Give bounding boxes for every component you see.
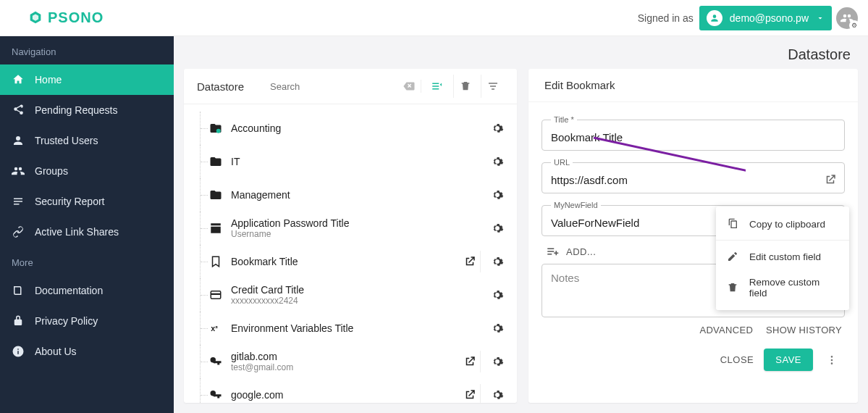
row-open-button[interactable] <box>459 384 481 403</box>
row-open-button[interactable] <box>459 251 481 272</box>
row-type-icon <box>208 255 224 268</box>
info-icon <box>12 345 25 358</box>
person-icon <box>12 134 25 147</box>
user-menu[interactable]: demo@psono.pw <box>699 6 832 30</box>
datastore-row[interactable]: Bookmark Title <box>200 245 513 278</box>
row-settings-button[interactable] <box>485 317 510 339</box>
datastore-row[interactable]: google.com <box>200 378 513 403</box>
sidebar-item-label: Security Report <box>35 196 104 207</box>
ctx-remove-custom-field[interactable]: Remove custom field <box>716 270 849 306</box>
sidebar-item-pending-requests[interactable]: Pending Requests <box>0 95 174 125</box>
edit-bookmark-panel: Edit Bookmark Title * URL MyNew <box>528 69 858 403</box>
row-title: Accounting <box>231 122 485 134</box>
sidebar-section-navigation: Navigation <box>0 36 174 64</box>
filter-button[interactable] <box>481 75 504 98</box>
book-icon <box>12 284 25 297</box>
sidebar-item-label: Pending Requests <box>35 104 117 116</box>
row-title: google.com <box>231 389 459 401</box>
sidebar-item-documentation[interactable]: Documentation <box>0 275 174 306</box>
copy-icon <box>726 218 739 230</box>
row-type-icon <box>208 222 224 235</box>
row-open-button[interactable] <box>459 351 481 372</box>
row-settings-button[interactable] <box>485 384 510 403</box>
save-button[interactable]: SAVE <box>764 349 813 371</box>
row-type-icon <box>208 355 224 368</box>
close-button[interactable]: CLOSE <box>720 354 754 365</box>
row-settings-button[interactable] <box>485 184 510 206</box>
ctx-label: Edit custom field <box>749 251 821 262</box>
row-settings-button[interactable] <box>485 351 510 372</box>
sidebar-item-active-link-shares[interactable]: Active Link Shares <box>0 217 174 247</box>
row-settings-button[interactable] <box>485 151 510 172</box>
svg-rect-2 <box>211 293 221 295</box>
brand-logo[interactable]: PSONO <box>28 9 104 26</box>
custom-field-label: MyNewField <box>551 201 601 209</box>
datastore-row[interactable]: gitlab.comtest@gmail.com <box>200 345 513 378</box>
row-type-icon <box>208 122 224 135</box>
top-bar: PSONO Signed in as demo@psono.pw ⚙ <box>0 0 868 36</box>
home-icon <box>12 73 25 86</box>
row-settings-button[interactable] <box>485 284 510 306</box>
datastore-row[interactable]: Application Password TitleUsername <box>200 212 513 245</box>
sidebar-item-label: Active Link Shares <box>35 226 119 238</box>
datastore-row[interactable]: IT <box>200 145 513 178</box>
sidebar: Navigation Home Pending Requests Trusted… <box>0 36 174 413</box>
sidebar-item-label: About Us <box>35 346 77 357</box>
row-subtitle: xxxxxxxxxxx2424 <box>231 296 485 306</box>
ctx-label: Remove custom field <box>749 277 839 299</box>
brand-text: PSONO <box>48 9 104 26</box>
add-list-icon <box>546 245 559 258</box>
title-input[interactable] <box>551 131 814 143</box>
ctx-divider <box>716 240 849 241</box>
datastore-row[interactable]: Accounting <box>200 112 513 145</box>
sidebar-item-privacy-policy[interactable]: Privacy Policy <box>0 306 174 336</box>
more-menu-button[interactable] <box>823 351 840 369</box>
signed-in-label: Signed in as <box>638 12 694 24</box>
clear-search-icon[interactable] <box>403 80 415 93</box>
url-label: URL <box>551 158 573 167</box>
expand-all-button[interactable] <box>426 75 449 98</box>
logo-hex-icon <box>28 10 43 26</box>
list-icon <box>12 195 25 208</box>
row-title: Environment Variables Title <box>231 322 485 334</box>
search-box <box>270 80 421 93</box>
ctx-copy-clipboard[interactable]: Copy to clipboard <box>716 211 849 237</box>
datastore-tree[interactable]: AccountingITManagementApplication Passwo… <box>184 104 517 403</box>
advanced-link[interactable]: ADVANCED <box>699 325 753 335</box>
sidebar-item-about-us[interactable]: About Us <box>0 336 174 367</box>
ctx-edit-custom-field[interactable]: Edit custom field <box>716 243 849 270</box>
show-history-link[interactable]: SHOW HISTORY <box>766 325 842 335</box>
datastore-row[interactable]: Credit Card Titlexxxxxxxxxxx2424 <box>200 278 513 312</box>
group-icon <box>12 164 25 178</box>
open-url-icon[interactable] <box>824 173 837 186</box>
main-area: Datastore Datastore <box>174 36 868 413</box>
row-settings-button[interactable] <box>485 117 510 139</box>
trash-button[interactable] <box>453 75 476 98</box>
page-title: Datastore <box>174 36 868 69</box>
row-type-icon <box>208 388 224 401</box>
sidebar-item-label: Privacy Policy <box>35 315 98 327</box>
row-type-icon <box>208 288 224 301</box>
datastore-row[interactable]: Management <box>200 178 513 212</box>
row-title: gitlab.com <box>231 351 459 362</box>
row-title: Management <box>231 189 485 201</box>
sidebar-item-trusted-users[interactable]: Trusted Users <box>0 125 174 156</box>
datastore-row[interactable]: x²Environment Variables Title <box>200 312 513 345</box>
lock-icon <box>12 314 25 328</box>
ctx-label: Copy to clipboard <box>749 219 825 230</box>
group-settings-button[interactable]: ⚙ <box>836 7 858 29</box>
row-type-icon: x² <box>208 322 224 334</box>
sidebar-item-home[interactable]: Home <box>0 64 174 95</box>
sidebar-item-security-report[interactable]: Security Report <box>0 186 174 217</box>
row-settings-button[interactable] <box>485 251 510 272</box>
sidebar-item-groups[interactable]: Groups <box>0 156 174 186</box>
title-label: Title * <box>551 115 577 124</box>
svg-text:x²: x² <box>211 324 218 333</box>
sidebar-item-label: Home <box>35 74 62 85</box>
gear-badge-icon: ⚙ <box>849 20 859 30</box>
row-title: Bookmark Title <box>231 256 459 267</box>
pencil-icon <box>726 251 739 262</box>
row-settings-button[interactable] <box>485 217 510 239</box>
url-input[interactable] <box>551 174 814 186</box>
search-input[interactable] <box>270 81 403 92</box>
